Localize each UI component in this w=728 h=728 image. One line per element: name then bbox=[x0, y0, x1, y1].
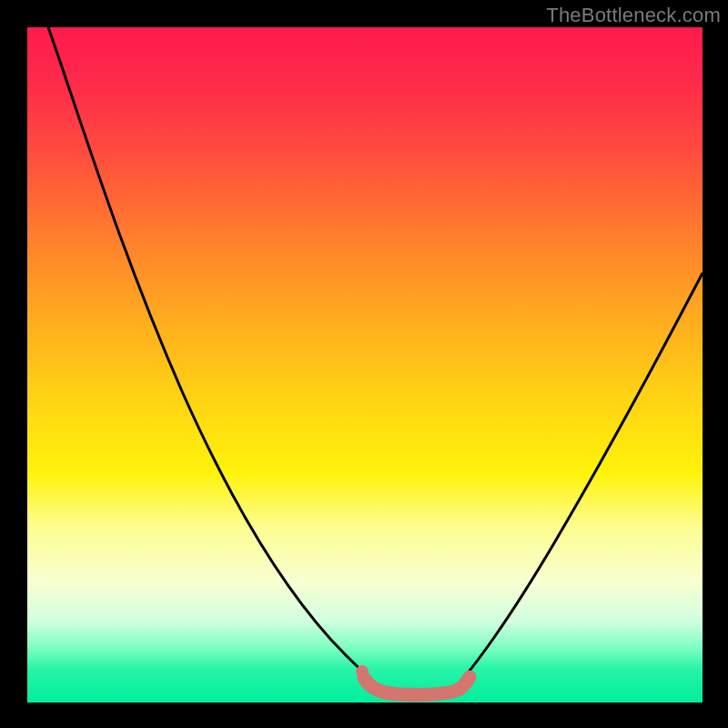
chart-plot-area bbox=[27, 27, 703, 703]
watermark-text: TheBottleneck.com bbox=[546, 4, 721, 27]
